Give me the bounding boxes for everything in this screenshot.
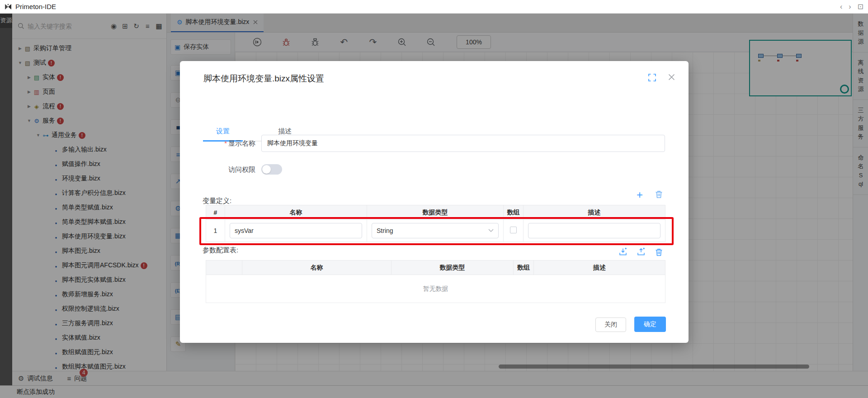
variable-name-input[interactable]	[230, 223, 362, 238]
chevron-down-icon	[488, 229, 494, 232]
variable-type-value: String	[377, 227, 393, 234]
import-params-icon[interactable]	[618, 247, 627, 258]
display-name-input[interactable]	[261, 135, 665, 152]
variable-desc-input[interactable]	[528, 223, 660, 238]
properties-dialog: 脚本使用环境变量.bizx属性设置 设置 描述 *显示名称 访问权限 变量定义:	[180, 61, 689, 343]
col-header-blank	[206, 261, 242, 275]
col-header-name: 名称	[242, 261, 392, 275]
variable-type-select[interactable]: String	[372, 223, 499, 238]
variables-section-label: 变量定义:	[203, 197, 231, 205]
close-button[interactable]: 关闭	[595, 317, 626, 332]
app-logo-icon	[4, 3, 12, 11]
nav-forward-icon[interactable]: ›	[849, 3, 851, 10]
display-name-label: *显示名称	[180, 135, 255, 152]
col-header-array: 数组	[514, 261, 534, 275]
primeton-ide-window: Primeton-IDE ‹ › ⊡ 资源	[0, 0, 868, 398]
nav-back-icon[interactable]: ‹	[840, 3, 842, 10]
access-permission-label: 访问权限	[180, 164, 255, 175]
add-variable-icon[interactable]: +	[637, 190, 643, 200]
delete-params-icon[interactable]	[655, 248, 663, 258]
toggle-knob	[262, 165, 271, 174]
variables-table: # 名称 数据类型 数组 描述 1 String	[206, 205, 665, 242]
col-header-description: 描述	[534, 261, 665, 275]
col-header-datatype: 数据类型	[392, 261, 514, 275]
confirm-button[interactable]: 确定	[634, 317, 666, 332]
title-bar: Primeton-IDE ‹ › ⊡	[0, 0, 868, 14]
variable-row: 1 String	[206, 220, 665, 242]
export-params-icon[interactable]	[637, 247, 646, 258]
layout-panel-icon[interactable]: ⊡	[858, 3, 863, 10]
maximize-icon[interactable]	[648, 74, 656, 83]
delete-variable-icon[interactable]	[655, 190, 663, 200]
col-header-name: 名称	[225, 205, 367, 220]
params-table: 名称 数据类型 数组 描述 暂无数据	[206, 260, 665, 303]
params-section-label: 参数配置表:	[203, 246, 238, 255]
close-icon[interactable]	[668, 74, 675, 82]
col-header-index: #	[206, 205, 225, 220]
variable-row-index: 1	[206, 220, 225, 242]
col-header-datatype: 数据类型	[367, 205, 504, 220]
variable-array-checkbox[interactable]	[510, 227, 517, 233]
col-header-description: 描述	[524, 205, 665, 220]
col-header-array: 数组	[504, 205, 524, 220]
dialog-title: 脚本使用环境变量.bizx属性设置	[203, 73, 324, 85]
required-asterisk: *	[224, 139, 227, 147]
empty-table-placeholder: 暂无数据	[206, 275, 665, 303]
app-title: Primeton-IDE	[15, 3, 56, 10]
access-permission-toggle[interactable]	[261, 164, 282, 175]
